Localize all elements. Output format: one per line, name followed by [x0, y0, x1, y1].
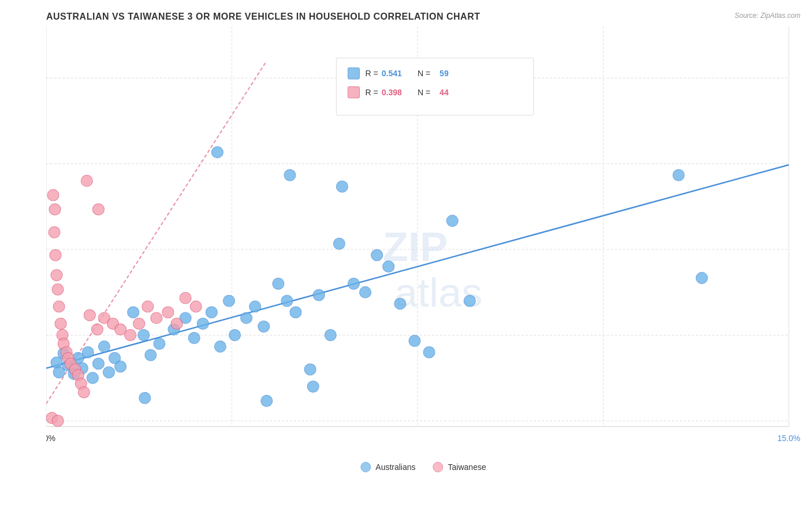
legend-color-australians: [360, 462, 371, 472]
svg-point-57: [223, 295, 234, 307]
legend-item-taiwanese: Taiwanese: [433, 462, 486, 472]
svg-point-74: [371, 249, 383, 261]
svg-point-69: [313, 289, 325, 301]
svg-point-86: [47, 189, 59, 201]
svg-point-93: [55, 318, 66, 330]
svg-point-70: [325, 330, 336, 341]
svg-point-79: [446, 215, 458, 227]
svg-text:15.0%: 15.0%: [777, 434, 800, 443]
svg-point-66: [281, 295, 293, 307]
legend-item-australians: Australians: [360, 462, 415, 472]
legend-label-australians: Australians: [375, 462, 415, 472]
svg-point-104: [52, 415, 64, 427]
svg-point-72: [348, 278, 359, 289]
svg-point-55: [206, 307, 217, 318]
legend-label-taiwanese: Taiwanese: [448, 462, 486, 472]
svg-point-59: [241, 312, 252, 324]
svg-point-76: [394, 298, 406, 309]
svg-text:R =: R =: [366, 69, 378, 78]
chart-legend: Australians Taiwanese: [360, 462, 486, 472]
svg-point-88: [49, 226, 60, 238]
svg-point-58: [229, 330, 240, 341]
svg-point-83: [307, 381, 319, 393]
svg-point-60: [249, 301, 261, 312]
svg-point-62: [211, 147, 223, 158]
svg-point-84: [261, 395, 273, 406]
svg-point-48: [138, 330, 150, 341]
svg-point-118: [180, 292, 191, 304]
svg-point-102: [78, 387, 90, 398]
svg-text:0.0%: 0.0%: [46, 434, 55, 443]
svg-point-114: [142, 301, 154, 312]
svg-point-61: [258, 321, 270, 333]
svg-point-116: [162, 307, 174, 318]
svg-point-46: [115, 361, 126, 372]
svg-point-41: [87, 372, 98, 384]
svg-point-90: [51, 270, 62, 281]
svg-text:44: 44: [439, 88, 449, 97]
svg-point-75: [383, 261, 394, 273]
svg-point-80: [464, 295, 475, 307]
svg-point-81: [673, 169, 684, 181]
svg-point-87: [49, 204, 61, 215]
svg-rect-23: [348, 68, 359, 79]
svg-text:atlas: atlas: [394, 269, 483, 315]
legend-color-taiwanese: [433, 462, 444, 472]
svg-point-47: [128, 307, 139, 318]
svg-point-64: [336, 181, 348, 192]
svg-point-67: [290, 307, 301, 318]
svg-point-42: [92, 358, 104, 370]
svg-point-40: [82, 346, 94, 358]
svg-text:0.541: 0.541: [382, 69, 402, 78]
svg-rect-28: [348, 87, 359, 98]
svg-point-106: [91, 324, 103, 335]
svg-point-65: [273, 278, 284, 289]
svg-point-73: [359, 286, 371, 298]
chart-title: AUSTRALIAN VS TAIWANESE 3 OR MORE VEHICL…: [46, 12, 800, 22]
svg-point-111: [133, 318, 145, 330]
svg-point-105: [84, 309, 95, 321]
svg-rect-22: [336, 58, 534, 115]
svg-point-63: [284, 169, 296, 181]
svg-text:0.398: 0.398: [382, 88, 402, 97]
svg-point-77: [409, 335, 420, 346]
svg-text:N =: N =: [418, 69, 430, 78]
svg-point-112: [81, 175, 92, 186]
svg-point-82: [696, 273, 707, 284]
svg-point-49: [145, 349, 157, 361]
svg-point-44: [103, 367, 114, 378]
svg-point-89: [50, 249, 61, 261]
scatter-chart: 80.0% 60.0% 40.0% 20.0% 0.0% 15.0% 3 or …: [46, 27, 800, 472]
svg-point-115: [151, 312, 162, 324]
svg-point-78: [423, 346, 435, 358]
chart-area: 80.0% 60.0% 40.0% 20.0% 0.0% 15.0% 3 or …: [46, 27, 800, 472]
chart-container: AUSTRALIAN VS TAIWANESE 3 OR MORE VEHICL…: [0, 0, 812, 515]
svg-point-85: [139, 392, 151, 404]
svg-point-91: [52, 283, 64, 295]
svg-point-110: [125, 330, 136, 341]
svg-point-92: [53, 301, 65, 312]
svg-point-68: [304, 364, 316, 375]
svg-point-54: [197, 318, 208, 330]
svg-point-43: [98, 341, 110, 352]
svg-text:R =: R =: [366, 88, 378, 97]
svg-point-50: [154, 338, 165, 349]
svg-point-53: [188, 333, 200, 344]
svg-text:N =: N =: [418, 88, 430, 97]
svg-point-56: [214, 341, 226, 352]
source-label: Source: ZipAtlas.com: [735, 12, 800, 20]
svg-point-117: [171, 318, 182, 330]
svg-point-71: [333, 238, 345, 249]
svg-text:59: 59: [439, 69, 449, 78]
svg-point-119: [190, 301, 202, 312]
svg-point-113: [92, 204, 104, 215]
